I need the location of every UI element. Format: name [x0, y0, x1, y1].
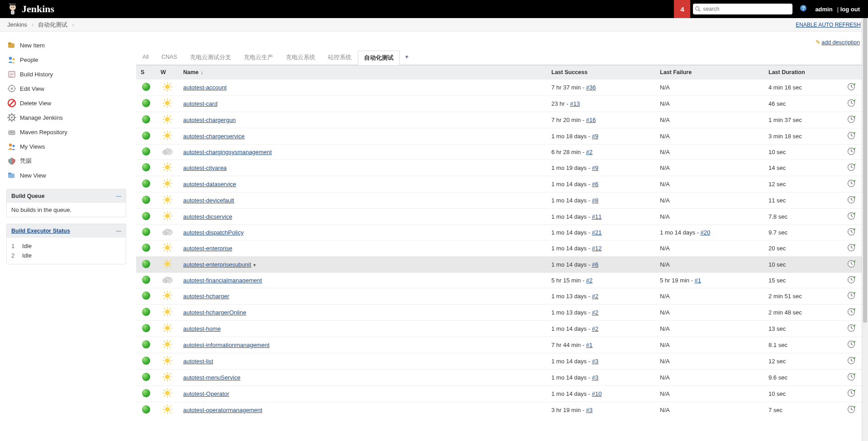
job-link[interactable]: autotest-list [183, 358, 213, 365]
schedule-build-icon[interactable] [847, 215, 856, 222]
schedule-build-icon[interactable] [847, 183, 856, 189]
view-tab[interactable]: All [136, 50, 155, 65]
add-view-tab[interactable]: + [400, 50, 414, 65]
schedule-build-icon[interactable] [847, 327, 856, 334]
sidebar-task-maven[interactable]: Maven Repository [6, 125, 126, 139]
schedule-build-icon[interactable] [847, 86, 856, 93]
job-link[interactable]: autotest-dataservice [183, 181, 236, 188]
build-link[interactable]: #36 [586, 84, 596, 91]
crumb-view[interactable]: 自动化测试 [38, 21, 67, 29]
help-icon[interactable]: ? [800, 5, 807, 14]
brand[interactable]: Jenkins [7, 3, 54, 15]
build-link[interactable]: #13 [570, 100, 580, 107]
crumb-root[interactable]: Jenkins [7, 21, 27, 28]
current-user-link[interactable]: admin [815, 6, 832, 13]
job-link[interactable]: autotest-enterprisesubunit [183, 261, 251, 268]
col-name[interactable]: Name ↓ [179, 66, 547, 80]
sidebar-task-new-item[interactable]: New Item [6, 38, 126, 52]
schedule-build-icon[interactable] [847, 166, 856, 173]
page-scrollbar[interactable] [862, 18, 868, 432]
job-link[interactable]: autotest-enterprise [183, 245, 232, 252]
col-status[interactable]: S [136, 66, 156, 80]
build-link[interactable]: #20 [701, 229, 711, 236]
schedule-build-icon[interactable] [847, 135, 856, 141]
collapse-icon[interactable]: — [116, 228, 121, 234]
schedule-build-icon[interactable] [847, 311, 856, 318]
build-link[interactable]: #1 [586, 342, 593, 348]
build-link[interactable]: #2 [592, 325, 598, 332]
job-link[interactable]: autotest-financialmanagement [183, 277, 262, 284]
build-link[interactable]: #11 [592, 213, 602, 220]
search-input[interactable] [693, 4, 792, 14]
build-link[interactable]: #21 [592, 229, 602, 236]
sidebar-task-people[interactable]: People [6, 52, 126, 67]
schedule-build-icon[interactable] [847, 360, 856, 366]
build-link[interactable]: #3 [592, 358, 598, 365]
job-link[interactable]: autotest-informationmanagement [183, 342, 270, 348]
job-link[interactable]: autotest-operatormanagement [183, 407, 262, 413]
executor-title-link[interactable]: Build Executor Status [11, 228, 70, 234]
logout-link[interactable]: log out [840, 6, 860, 13]
schedule-build-icon[interactable] [847, 343, 856, 350]
job-link[interactable]: autotest-card [183, 100, 218, 107]
job-link[interactable]: autotest-chargergun [183, 117, 236, 123]
schedule-build-icon[interactable] [847, 199, 856, 206]
build-link[interactable]: #2 [592, 309, 598, 316]
sidebar-task-new-view[interactable]: New View [6, 168, 126, 183]
build-link[interactable]: #8 [592, 197, 598, 204]
schedule-build-icon[interactable] [847, 376, 856, 383]
job-link[interactable]: autotest-devicefault [183, 197, 234, 204]
add-description-link[interactable]: add description [821, 39, 860, 46]
job-link[interactable]: autotest-home [183, 325, 221, 332]
view-tab[interactable]: 自动化测试 [358, 51, 400, 65]
schedule-build-icon[interactable] [847, 118, 856, 125]
view-tab[interactable]: 站控系统 [322, 50, 358, 65]
view-tab[interactable]: 充电云系统 [280, 50, 322, 65]
col-last-failure[interactable]: Last Failure [655, 66, 764, 80]
schedule-build-icon[interactable] [847, 263, 856, 270]
schedule-build-icon[interactable] [847, 295, 856, 301]
build-link[interactable]: #2 [586, 149, 593, 155]
notification-badge[interactable]: 4 [674, 0, 690, 18]
schedule-build-icon[interactable] [847, 102, 856, 109]
schedule-build-icon[interactable] [847, 247, 856, 253]
job-link[interactable]: autotest-chargerservice [183, 133, 245, 140]
sidebar-task-delete-view[interactable]: Delete View [6, 96, 126, 110]
dropdown-caret-icon[interactable]: ▼ [252, 263, 256, 267]
schedule-build-icon[interactable] [847, 150, 856, 157]
build-link[interactable]: #9 [592, 133, 598, 140]
build-link[interactable]: #2 [592, 293, 598, 300]
col-weather[interactable]: W [156, 66, 179, 80]
sidebar-task-build-history[interactable]: Build History [6, 67, 126, 81]
col-last-success[interactable]: Last Success [547, 66, 655, 80]
build-link[interactable]: #10 [592, 390, 602, 397]
view-tab[interactable]: 充电云生产 [237, 50, 280, 65]
sidebar-task-my-views[interactable]: My Views [6, 139, 126, 154]
schedule-build-icon[interactable] [847, 392, 856, 399]
sidebar-task-credentials[interactable]: 凭据 [6, 154, 126, 168]
collapse-icon[interactable]: — [116, 193, 121, 199]
build-link[interactable]: #3 [586, 407, 593, 413]
build-link[interactable]: #1 [695, 277, 701, 284]
view-tab[interactable]: 充电云测试分支 [184, 50, 237, 65]
job-link[interactable]: autotest-Operator [183, 390, 229, 397]
build-link[interactable]: #6 [592, 181, 598, 188]
job-link[interactable]: autotest-menuService [183, 374, 240, 381]
build-link[interactable]: #2 [586, 277, 593, 284]
job-link[interactable]: autotest-dispatchPolicy [183, 229, 244, 236]
build-link[interactable]: #3 [592, 374, 598, 381]
build-link[interactable]: #6 [592, 261, 598, 268]
view-tab[interactable]: CNAS [155, 50, 184, 65]
job-link[interactable]: autotest-hchargerOnline [183, 309, 246, 316]
job-link[interactable]: autotest-cityarea [183, 164, 227, 171]
build-link[interactable]: #9 [592, 164, 598, 171]
build-link[interactable]: #16 [586, 117, 596, 123]
schedule-build-icon[interactable] [847, 231, 856, 238]
schedule-build-icon[interactable] [847, 279, 856, 286]
job-link[interactable]: autotest-dicservice [183, 213, 232, 220]
build-link[interactable]: #12 [592, 245, 602, 252]
job-link[interactable]: autotest-account [183, 84, 227, 91]
sidebar-task-edit-view[interactable]: Edit View [6, 81, 126, 96]
sidebar-task-manage[interactable]: Manage Jenkins [6, 110, 126, 125]
schedule-build-icon[interactable] [847, 408, 856, 415]
